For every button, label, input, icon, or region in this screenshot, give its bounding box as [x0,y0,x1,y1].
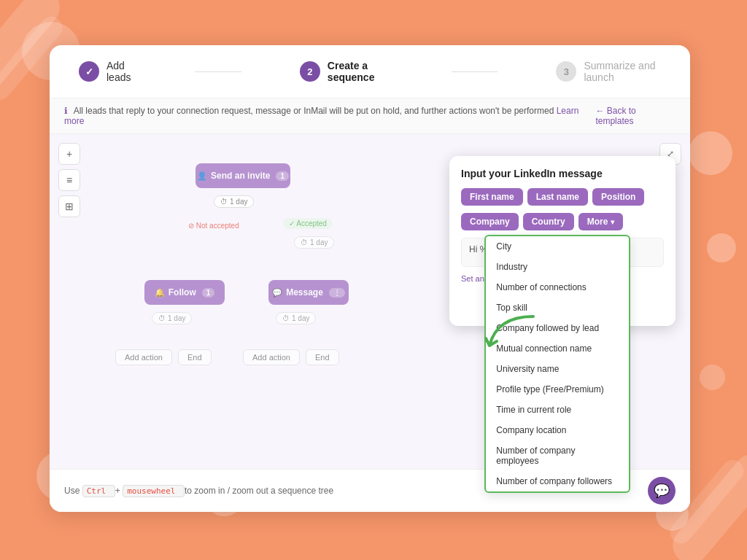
node-invite-label: Send an invite [211,171,270,181]
delay-badge-1: ⏱ 1 day [214,195,254,208]
accepted-badge: ✓ Accepted [283,218,333,229]
info-banner: ℹ All leads that reply to your connectio… [50,98,690,134]
delay-badge-3: ⏱ 1 day [152,312,192,324]
tag-row: First name Last name Position [461,188,664,206]
dropdown-item-company-location[interactable]: Company location [486,420,629,440]
message-dots: ⋮ [329,288,345,298]
green-arrow-decoration [475,309,541,360]
step-divider-2 [452,71,498,72]
last-name-tag-button[interactable]: Last name [527,188,588,206]
steps-header: ✓ Add leads 2 Create a sequence 3 Summar… [50,45,690,98]
clock-icon-4: ⏱ [282,314,290,322]
dropdown-item-profile-type[interactable]: Profile type (Free/Premium) [486,379,629,400]
add-action-button-follow[interactable]: Add action [115,349,172,365]
mousewheel-code: mousewheel [123,485,185,497]
dropdown-item-industry[interactable]: Industry [486,257,629,277]
node-message: 💬 Message ⋮ [268,280,349,305]
delay-badge-4: ⏱ 1 day [276,312,316,324]
more-tag-button[interactable]: More ▾ [578,213,624,230]
list-button[interactable]: ≡ [58,169,80,191]
end-button-follow[interactable]: End [178,349,212,365]
node-invite: 👤 Send an invite 1 [196,163,290,188]
clock-icon: ⏱ [220,198,228,206]
more-dropdown-wrapper: More ▾ City Industry Number of connectio… [578,213,624,230]
zoom-in-button[interactable]: + [58,143,80,165]
sequence-canvas: + ≡ ⊞ ⤢ 👤 Send an invite 1 ⏱ 1 day ✓ Acc… [50,134,690,512]
info-icon: ℹ [64,106,68,116]
chevron-down-icon: ▾ [611,218,614,226]
step-divider-1 [195,71,241,72]
clock-icon-3: ⏱ [158,314,166,322]
canvas-toolbar: + ≡ ⊞ [58,143,80,217]
position-tag-button[interactable]: Position [592,188,644,206]
company-tag-button[interactable]: Company [461,213,519,230]
tag-row-2: Company Country More ▾ City Industry Num… [461,213,664,230]
first-name-tag-button[interactable]: First name [461,188,523,206]
step-2-label: Create a sequence [328,60,393,83]
grid-button[interactable]: ⊞ [58,195,80,217]
dropdown-item-connections[interactable]: Number of connections [486,277,629,298]
zoom-hint-text: Use Ctrl + mousewheel to zoom in / zoom … [64,486,333,496]
more-dropdown-menu: City Industry Number of connections Top … [484,235,630,493]
info-text: ℹ All leads that reply to your connectio… [64,106,595,126]
popup-title: Input your LinkedIn message [461,168,664,179]
dropdown-item-company-followers[interactable]: Number of company followers [486,471,629,491]
node-follow-label: Follow [169,287,196,298]
step-2: 2 Create a sequence [300,60,393,83]
main-card: ✓ Add leads 2 Create a sequence 3 Summar… [50,45,690,512]
node-follow: 🔔 Follow 1 [144,280,225,305]
step-3-label: Summarize and launch [584,60,661,83]
dropdown-item-company-employees[interactable]: Number of company employees [486,440,629,471]
dropdown-item-city[interactable]: City [486,236,629,257]
info-banner-text: All leads that reply to your connection … [74,106,554,116]
follow-count: 1 [202,288,215,298]
step-3-circle: 3 [556,61,576,82]
delay-badge-2: ⏱ 1 day [294,236,334,249]
action-row-follow: Add action End [115,349,212,365]
action-row-message: Add action End [243,349,339,365]
step-1: ✓ Add leads [79,60,136,83]
ctrl-code: Ctrl [82,485,115,497]
not-accepted-label: ⊘ Not accepted [188,222,239,230]
step-3: 3 Summarize and launch [556,60,661,83]
back-to-templates-link[interactable]: ← Back to templates [595,106,676,126]
invite-count: 1 [276,171,289,181]
linkedin-message-popup: Input your LinkedIn message First name L… [449,156,676,326]
chat-button[interactable]: 💬 [648,477,676,505]
node-message-label: Message [286,287,323,298]
add-action-button-message[interactable]: Add action [243,349,300,365]
country-tag-button[interactable]: Country [523,213,574,230]
clock-icon-2: ⏱ [301,238,308,246]
dropdown-item-university[interactable]: University name [486,359,629,379]
end-button-message[interactable]: End [306,349,339,365]
step-1-circle: ✓ [79,61,99,82]
step-1-label: Add leads [107,60,136,83]
dropdown-item-time-role[interactable]: Time in current role [486,400,629,420]
step-2-circle: 2 [300,61,320,82]
